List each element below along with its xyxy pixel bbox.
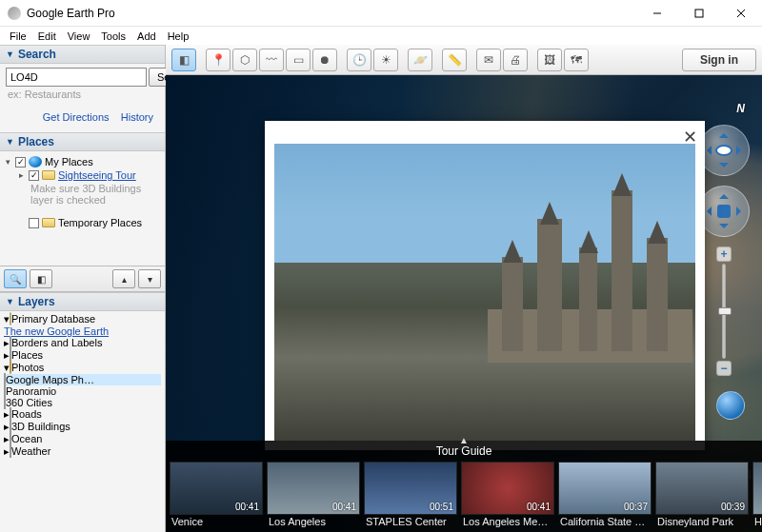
tour-thumbnail[interactable]: 00:37California State Uni… bbox=[558, 462, 652, 528]
folder-icon bbox=[42, 218, 55, 227]
zoom-track[interactable] bbox=[722, 264, 726, 359]
tour-duration: 00:51 bbox=[430, 502, 453, 512]
layer-item-label: Weather bbox=[11, 445, 50, 457]
look-joystick[interactable] bbox=[698, 125, 750, 176]
layers-panel-header[interactable]: ▼ Layers bbox=[0, 292, 165, 311]
tour-thumbnail[interactable]: 00:41Los Angeles bbox=[267, 462, 360, 528]
menu-edit[interactable]: Edit bbox=[32, 30, 62, 43]
compass-north-label: N bbox=[736, 102, 745, 115]
search-input[interactable] bbox=[6, 68, 147, 87]
chevron-up-icon: ▲ bbox=[459, 435, 469, 445]
pan-right-icon[interactable] bbox=[736, 207, 746, 216]
layer-item-label: Panoramio bbox=[6, 385, 56, 397]
layer-item-label: Ocean bbox=[11, 433, 42, 444]
layer-item[interactable]: The new Google Earth bbox=[4, 325, 161, 337]
look-right-icon[interactable] bbox=[736, 146, 746, 155]
layer-item[interactable]: ▸Borders and Labels bbox=[4, 337, 161, 349]
globe-icon bbox=[29, 156, 42, 167]
toolbar-print-button[interactable]: 🖨 bbox=[503, 49, 528, 71]
zoom-out-button[interactable]: − bbox=[716, 361, 732, 376]
search-panel-header[interactable]: ▼ Search bbox=[0, 45, 165, 64]
layer-item[interactable]: ▸Weather bbox=[4, 445, 161, 458]
tour-guide-header[interactable]: ▲ Tour Guide bbox=[166, 441, 762, 460]
toolbar-ruler-button[interactable]: 📏 bbox=[442, 49, 467, 71]
toolbar-sunlight-button[interactable]: ☀ bbox=[373, 49, 398, 71]
window-minimize-button[interactable] bbox=[636, 0, 678, 26]
tree-expander-icon[interactable]: ▸ bbox=[17, 171, 26, 180]
places-move-up-button[interactable]: ▴ bbox=[112, 269, 135, 288]
layer-item[interactable]: 360 Cities bbox=[4, 397, 161, 408]
layer-item[interactable]: ▸Ocean bbox=[4, 433, 161, 445]
places-move-down-button[interactable]: ▾ bbox=[138, 269, 161, 288]
layer-item-label: 3D Buildings bbox=[11, 421, 70, 432]
places-panel-header[interactable]: ▼ Places bbox=[0, 132, 165, 151]
window-close-button[interactable] bbox=[720, 0, 762, 26]
tour-thumbnail[interactable]: Hollywo… bbox=[752, 462, 762, 528]
popup-photo[interactable] bbox=[274, 144, 695, 441]
tree-item-label: My Places bbox=[45, 156, 93, 167]
toolbar-planets-button[interactable]: 🪐 bbox=[408, 49, 432, 71]
menu-tools[interactable]: Tools bbox=[95, 30, 131, 43]
layer-item[interactable]: ▸3D Buildings bbox=[4, 421, 161, 433]
checkbox[interactable] bbox=[29, 218, 39, 228]
places-panel-toggle-button[interactable]: ◧ bbox=[30, 269, 52, 288]
look-up-icon[interactable] bbox=[719, 128, 729, 138]
tour-thumbnail[interactable]: 00:51STAPLES Center bbox=[364, 462, 457, 528]
toolbar-image-overlay-button[interactable]: ▭ bbox=[286, 49, 311, 71]
earth-overview-icon[interactable] bbox=[716, 391, 745, 420]
layer-item[interactable]: ▾Primary Database bbox=[4, 313, 161, 325]
collapse-icon: ▼ bbox=[6, 297, 14, 306]
menu-file[interactable]: File bbox=[4, 30, 32, 43]
toolbar-record-tour-button[interactable]: ⏺ bbox=[312, 49, 337, 71]
menu-help[interactable]: Help bbox=[162, 30, 195, 43]
layer-item[interactable]: Google Maps Ph… bbox=[4, 374, 161, 385]
tree-expander-icon[interactable]: ▾ bbox=[4, 158, 12, 167]
tour-thumbnail[interactable]: 00:41Los Angeles Memori… bbox=[461, 462, 554, 528]
sign-in-button[interactable]: Sign in bbox=[682, 49, 756, 71]
places-sightseeing-tour[interactable]: ▸ Sightseeing Tour bbox=[4, 168, 161, 182]
map-viewport[interactable]: N + − bbox=[166, 75, 762, 532]
tour-thumbnail[interactable]: 00:41Venice bbox=[170, 462, 263, 528]
places-my-places[interactable]: ▾ My Places bbox=[4, 155, 161, 168]
search-hint: ex: Restaurants bbox=[6, 87, 159, 108]
zoom-in-button[interactable]: + bbox=[716, 246, 732, 262]
toolbar-view-in-maps-button[interactable]: 🗺 bbox=[564, 49, 589, 71]
layer-item[interactable]: Panoramio bbox=[4, 385, 161, 397]
checkbox[interactable] bbox=[15, 157, 26, 167]
look-down-icon[interactable] bbox=[719, 163, 729, 172]
layer-item[interactable]: ▸Roads bbox=[4, 408, 161, 421]
tour-thumbnail-label: California State Uni… bbox=[558, 515, 652, 528]
menu-view[interactable]: View bbox=[62, 30, 96, 43]
tour-thumbnail-image: 00:41 bbox=[461, 462, 554, 515]
menu-add[interactable]: Add bbox=[131, 30, 162, 43]
zoom-thumb[interactable] bbox=[718, 307, 732, 315]
toolbar-path-button[interactable]: 〰 bbox=[259, 49, 284, 71]
toolbar-placemark-button[interactable]: 📍 bbox=[206, 49, 231, 71]
history-link[interactable]: History bbox=[121, 111, 153, 123]
tour-thumbnail-label: Los Angeles Memori… bbox=[461, 515, 554, 528]
toolbar-polygon-button[interactable]: ⬡ bbox=[232, 49, 257, 71]
places-search-button[interactable]: 🔍 bbox=[4, 269, 27, 288]
toolbar-historical-imagery-button[interactable]: 🕒 bbox=[347, 49, 371, 71]
tour-thumbnail-image: 00:41 bbox=[170, 462, 263, 515]
layers-tree: ▾Primary DatabaseThe new Google Earth▸Bo… bbox=[0, 311, 165, 532]
pan-down-icon[interactable] bbox=[719, 224, 729, 233]
toolbar-save-image-button[interactable]: 🖼 bbox=[537, 49, 562, 71]
hand-icon bbox=[717, 205, 731, 218]
pan-up-icon[interactable] bbox=[719, 189, 729, 199]
layer-item[interactable]: ▸Places bbox=[4, 349, 161, 362]
move-joystick[interactable] bbox=[698, 186, 750, 237]
tour-thumbnail[interactable]: 00:39Disneyland Park bbox=[655, 462, 749, 528]
svg-rect-1 bbox=[695, 10, 703, 17]
tree-expander-icon[interactable] bbox=[17, 219, 26, 227]
get-directions-link[interactable]: Get Directions bbox=[43, 111, 110, 123]
layer-item[interactable]: ▾Photos bbox=[4, 362, 161, 374]
toolbar-email-button[interactable]: ✉ bbox=[476, 49, 501, 71]
places-temporary-places[interactable]: Temporary Places bbox=[4, 216, 161, 229]
sidebar: ▼ Search Search ex: Restaurants Get Dire… bbox=[0, 45, 166, 532]
window-maximize-button[interactable] bbox=[678, 0, 720, 26]
checkbox[interactable] bbox=[29, 170, 39, 181]
zoom-slider: + − bbox=[716, 246, 732, 376]
main-toolbar: ◧ 📍 ⬡ 〰 ▭ ⏺ 🕒 ☀ 🪐 📏 ✉ 🖨 🖼 🗺 Sign in bbox=[166, 45, 762, 75]
toolbar-sidebar-toggle[interactable]: ◧ bbox=[171, 49, 196, 71]
